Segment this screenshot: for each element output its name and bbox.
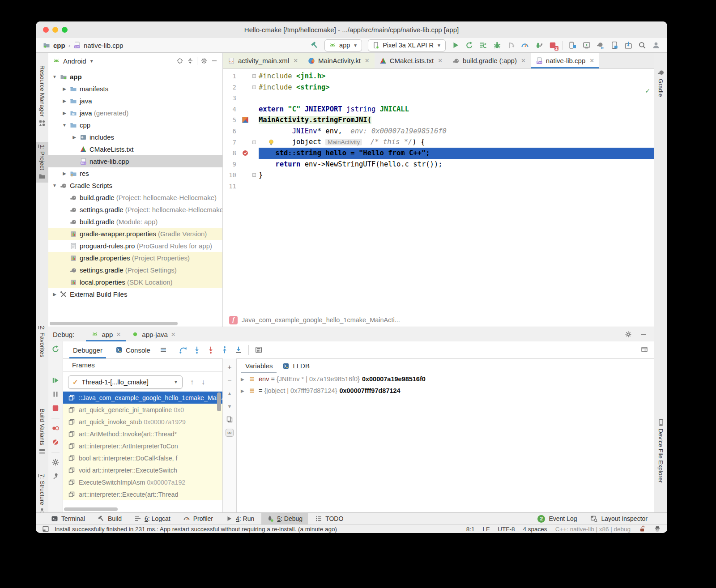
device-selector[interactable]: Pixel 3a XL API R ▼ (368, 39, 446, 51)
tab-debugger[interactable]: Debugger (69, 341, 106, 358)
stop-button[interactable] (51, 404, 60, 412)
editor-tab-cmakelists-txt[interactable]: CMakeLists.txt ✕ (375, 53, 448, 68)
mute-breakpoints-button[interactable] (51, 438, 60, 446)
editor-tab-mainactivity-kt[interactable]: MainActivity.kt ✕ (303, 53, 375, 68)
profiler-button[interactable] (521, 41, 529, 49)
tree-toggle-icon[interactable]: ▼ (52, 74, 57, 79)
editor-gutter[interactable]: 3 (223, 93, 259, 104)
search-everywhere-button[interactable] (638, 41, 646, 49)
profile-disabled-button[interactable] (507, 41, 515, 49)
build-project-button[interactable] (311, 41, 319, 49)
breadcrumb-file[interactable]: native-lib.cpp (84, 42, 123, 49)
project-view-selector[interactable]: Android (63, 57, 86, 65)
expand-icon[interactable]: ▶ (241, 377, 245, 382)
close-icon[interactable]: ✕ (293, 57, 298, 64)
toolwindow-button-4-run[interactable]: 4: Run (220, 513, 260, 524)
tab-variables[interactable]: Variables (241, 358, 277, 373)
close-icon[interactable]: ✕ (116, 331, 121, 338)
tree-item-settings-gradle[interactable]: settings.gradle (Project: hellocmake-Hel… (48, 204, 222, 216)
run-config-selector[interactable]: app ▼ (324, 39, 362, 51)
select-opened-file-button[interactable] (176, 57, 183, 64)
tree-item-external-build-files[interactable]: ▶ External Build Files (48, 288, 222, 300)
tree-item-res[interactable]: ▶ res (48, 167, 222, 179)
kotlin-gutter-icon[interactable] (242, 116, 249, 124)
stripe-item-resource-manager[interactable]: Resource Manager (36, 63, 48, 129)
hide-panel-button[interactable] (640, 331, 647, 338)
attach-debugger-button[interactable] (535, 41, 543, 49)
tree-item-build-gradle[interactable]: build.gradle (Module: app) (48, 216, 222, 228)
tree-item-cmakelists-txt[interactable]: CMakeLists.txt (48, 143, 222, 155)
stripe-item-2-favorites[interactable]: 2: Favorites (36, 323, 48, 370)
sdk-manager-button[interactable] (624, 41, 632, 49)
tree-item-app[interactable]: ▼ app (48, 71, 222, 83)
breadcrumb-folder[interactable]: cpp (53, 42, 65, 49)
thread-selector[interactable]: ✓ Thread-1-[...llo_cmake] ▼ (68, 375, 183, 389)
close-icon[interactable]: ✕ (365, 57, 370, 64)
close-icon[interactable]: ✕ (438, 57, 443, 64)
move-watch-up-button[interactable]: ▲ (227, 390, 232, 397)
fold-marker[interactable] (252, 85, 256, 89)
add-watch-button[interactable]: + (227, 364, 231, 371)
highlighting-level-icon[interactable] (654, 525, 661, 533)
tab-console[interactable]: Console (112, 341, 154, 358)
editor-gutter[interactable]: 2 (223, 82, 259, 93)
fold-marker[interactable] (252, 141, 256, 144)
toolwindow-button-5-debug[interactable]: 5: Debug (261, 513, 308, 524)
stack-frame[interactable]: void art::interpreter::ExecuteSwitch (63, 464, 222, 476)
tree-item-gradle-properties[interactable]: gradle.properties (Project Properties) (48, 252, 222, 264)
step-out-button[interactable] (221, 346, 229, 354)
force-step-into-button[interactable] (207, 346, 215, 354)
debug-session-tab-app[interactable]: app ✕ (86, 327, 126, 341)
frames-horizontal-scrollbar[interactable] (64, 507, 118, 511)
stack-frame[interactable]: art_quick_generic_jni_trampoline 0x0 (63, 404, 222, 416)
tree-item-build-gradle[interactable]: build.gradle (Project: hellocmake-Helloc… (48, 192, 222, 204)
tree-item-java[interactable]: ▶ java (generated) (48, 107, 222, 119)
tree-item-includes[interactable]: ▶ includes (48, 131, 222, 143)
tree-item-gradle-scripts[interactable]: ▼ Gradle Scripts (48, 179, 222, 192)
tree-item-settings-gradle[interactable]: settings.gradle (Project Settings) (48, 264, 222, 276)
stack-frame[interactable]: ExecuteSwitchImplAsm 0x00007a192 (63, 476, 222, 488)
device-manager-button[interactable] (569, 41, 577, 49)
editor-gutter[interactable]: 6 (223, 126, 259, 137)
tree-toggle-icon[interactable]: ▶ (62, 86, 67, 91)
pause-button[interactable] (51, 390, 60, 398)
tree-item-manifests[interactable]: ▶ manifests (48, 83, 222, 95)
variable-row-env[interactable]: ▶ env = {JNIEnv * | 0x7a19e98516f0}0x000… (237, 373, 654, 385)
resume-button[interactable] (51, 376, 60, 384)
toolwindow-button-layout-inspector[interactable]: Layout Inspector (590, 515, 648, 522)
editor-gutter[interactable]: 5 (223, 115, 259, 126)
intention-bulb-icon[interactable] (268, 139, 275, 146)
zoom-window-button[interactable] (62, 27, 68, 33)
editor-gutter[interactable]: 1 (223, 71, 259, 82)
tree-item-native-lib-cpp[interactable]: C++ native-lib.cpp (48, 155, 222, 167)
debug-session-tab-app-java[interactable]: app-java ✕ (126, 327, 181, 341)
expand-icon[interactable]: ▶ (241, 388, 245, 393)
stripe-item-build-variants[interactable]: Build Variants (36, 406, 48, 458)
editor-tab-activity_main-xml[interactable]: <> activity_main.xml ✕ (223, 53, 303, 68)
stripe-item-device-file-explorer[interactable]: Device File Explorer (654, 416, 667, 486)
stripe-item-1-project[interactable]: 1: Project (36, 142, 48, 183)
layout-inspector-toolbar-button[interactable] (610, 41, 618, 49)
restore-layout-button[interactable] (641, 346, 648, 353)
stack-frame[interactable]: ::Java_com_example_google_hello_1cmake_M… (63, 392, 222, 404)
stack-frame[interactable]: bool art::interpreter::DoCall<false, f (63, 452, 222, 464)
tree-toggle-icon[interactable]: ▶ (72, 135, 77, 140)
stack-frame[interactable]: art_quick_invoke_stub 0x00007a1929 (63, 416, 222, 428)
fold-marker[interactable] (252, 74, 256, 78)
step-over-button[interactable] (179, 346, 187, 354)
caret-position[interactable]: 8:1 (466, 526, 475, 533)
toolwindow-button-event-log[interactable]: 2 Event Log (537, 515, 577, 523)
tab-lldb[interactable]: LLDB (278, 358, 314, 373)
close-window-button[interactable] (43, 27, 49, 33)
gear-icon[interactable] (625, 331, 632, 338)
collapse-all-button[interactable] (187, 57, 194, 64)
layout-options-button[interactable] (160, 346, 167, 354)
editor-gutter[interactable]: 8 (223, 148, 259, 159)
gear-icon[interactable] (200, 57, 208, 64)
editor-gutter[interactable]: 7 (223, 137, 259, 148)
tree-item-java[interactable]: ▶ java (48, 95, 222, 107)
fold-marker[interactable] (252, 173, 256, 177)
tree-item-proguard-rules-pro[interactable]: proguard-rules.pro (ProGuard Rules for a… (48, 240, 222, 252)
hide-panel-button[interactable] (211, 57, 218, 64)
editor-gutter[interactable]: 4 (223, 104, 259, 115)
